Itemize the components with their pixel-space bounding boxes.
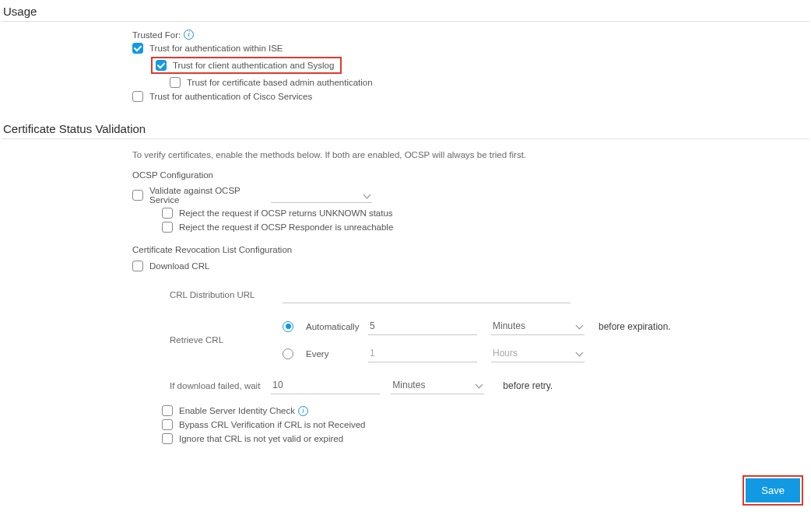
crl-url-label: CRL Distribution URL [170, 290, 275, 299]
server-identity-row: Enable Server Identity Check i [132, 405, 811, 416]
csv-note: To verify certificates, enable the metho… [132, 150, 811, 159]
trusted-for-row: Trusted For: i [132, 30, 811, 40]
reject-unknown-checkbox[interactable] [162, 208, 173, 219]
section-usage-header: Usage [2, 0, 809, 22]
retrieve-auto-radio[interactable] [283, 321, 293, 332]
highlight-box: Trust for client authentication and Sysl… [151, 57, 342, 74]
ignore-crl-checkbox[interactable] [162, 433, 173, 444]
reject-unknown-label: Reject the request if OCSP returns UNKNO… [179, 208, 393, 218]
trust-ise-label: Trust for authentication within ISE [149, 44, 283, 53]
save-highlight-box: Save [743, 475, 803, 506]
validate-ocsp-checkbox[interactable] [132, 190, 143, 201]
validate-ocsp-row: Validate against OCSP Service [132, 186, 811, 205]
download-fail-unit-value: Minutes [392, 380, 425, 390]
validate-ocsp-label: Validate against OCSP Service [149, 186, 266, 205]
trust-client-syslog-checkbox[interactable] [156, 60, 167, 71]
info-icon[interactable]: i [184, 30, 194, 40]
bypass-crl-label: Bypass CRL Verification if CRL is not Re… [179, 420, 365, 429]
server-identity-label: Enable Server Identity Check [179, 406, 295, 415]
crl-url-cell [283, 285, 811, 303]
reject-unreach-label: Reject the request if OCSP Responder is … [179, 222, 393, 232]
retrieve-auto-row: Automatically Minutes before expiration. [283, 317, 811, 335]
ignore-crl-row: Ignore that CRL is not yet valid or expi… [132, 433, 811, 444]
download-fail-row: If download failed, wait Minutes before … [132, 376, 811, 394]
trust-ise-checkbox[interactable] [132, 43, 143, 54]
trust-client-syslog-label: Trust for client authentication and Sysl… [173, 61, 337, 70]
download-fail-unit-select[interactable]: Minutes [391, 376, 484, 394]
trust-ise-row: Trust for authentication within ISE [132, 43, 811, 54]
retrieve-auto-label: Automatically [306, 322, 362, 331]
retrieve-every-unit-value: Hours [493, 348, 518, 359]
trust-cisco-checkbox[interactable] [132, 91, 143, 102]
retrieve-every-label: Every [306, 349, 362, 359]
retrieve-crl-label: Retrieve CRL [170, 335, 275, 345]
retrieve-group: Automatically Minutes before expiration.… [283, 317, 811, 362]
download-crl-checkbox[interactable] [132, 261, 143, 271]
crl-grid: CRL Distribution URL Retrieve CRL Automa… [132, 285, 811, 362]
trust-cisco-label: Trust for authentication of Cisco Servic… [149, 92, 312, 101]
retrieve-auto-value-input[interactable] [368, 317, 477, 335]
reject-unreach-row: Reject the request if OCSP Responder is … [132, 222, 811, 233]
retrieve-every-radio[interactable] [283, 348, 293, 359]
footer: Save [0, 460, 811, 513]
chevron-down-icon [363, 191, 370, 199]
reject-unknown-row: Reject the request if OCSP returns UNKNO… [132, 208, 811, 219]
reject-unreach-checkbox[interactable] [162, 222, 173, 233]
bypass-crl-row: Bypass CRL Verification if CRL is not Re… [132, 419, 811, 430]
before-expiration-text: before expiration. [599, 321, 671, 332]
info-icon[interactable]: i [298, 406, 308, 416]
section-csv-header: Certificate Status Validation [2, 117, 809, 139]
download-crl-label: Download CRL [149, 261, 209, 271]
retrieve-every-row: Every Hours [283, 345, 811, 362]
ignore-crl-label: Ignore that CRL is not yet valid or expi… [179, 434, 343, 443]
chevron-down-icon [575, 349, 583, 357]
usage-content: Trusted For: i Trust for authentication … [0, 30, 811, 102]
trust-cisco-row: Trust for authentication of Cisco Servic… [132, 91, 811, 102]
retrieve-every-unit-select[interactable]: Hours [491, 345, 585, 362]
retrieve-auto-unit-select[interactable]: Minutes [491, 317, 585, 335]
retrieve-auto-unit-value: Minutes [493, 320, 525, 331]
download-fail-label: If download failed, wait [170, 381, 260, 390]
save-button[interactable]: Save [746, 478, 800, 502]
bypass-crl-checkbox[interactable] [162, 419, 173, 430]
crl-heading: Certificate Revocation List Configuratio… [132, 245, 811, 254]
trusted-for-label: Trusted For: [132, 30, 181, 40]
ocsp-heading: OCSP Configuration [132, 170, 811, 180]
server-identity-checkbox[interactable] [162, 405, 173, 416]
ocsp-service-select[interactable] [271, 188, 372, 203]
retrieve-every-value-input[interactable] [368, 345, 477, 362]
download-fail-value-input[interactable] [271, 376, 380, 394]
before-retry-text: before retry. [503, 380, 553, 391]
download-crl-row: Download CRL [132, 261, 811, 271]
csv-content: To verify certificates, enable the metho… [0, 150, 811, 444]
trust-cert-admin-row: Trust for certificate based admin authen… [132, 77, 811, 88]
chevron-down-icon [575, 322, 583, 330]
trust-cert-admin-checkbox[interactable] [170, 77, 181, 88]
chevron-down-icon [475, 381, 483, 389]
trust-cert-admin-label: Trust for certificate based admin authen… [187, 78, 373, 87]
trust-client-syslog-row: Trust for client authentication and Sysl… [132, 57, 811, 74]
crl-url-input[interactable] [283, 285, 571, 303]
